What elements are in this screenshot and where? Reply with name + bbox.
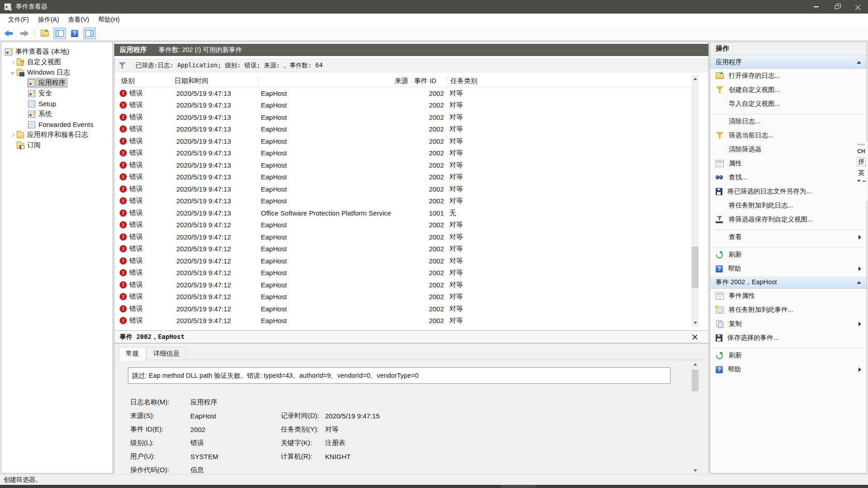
table-row[interactable]: 错误 2020/5/19 9:47:12 EapHost 2002 对等 [117,243,690,255]
forward-button[interactable] [19,30,30,37]
ime-language-bar[interactable]: CH 拼 英 [855,142,867,201]
table-row[interactable]: 错误 2020/5/19 9:47:13 EapHost 2002 对等 [117,87,690,99]
scroll-up-button[interactable] [691,361,699,368]
table-row[interactable]: 错误 2020/5/19 9:47:13 EapHost 2002 对等 [117,135,690,147]
table-row[interactable]: 错误 2020/5/19 9:47:12 EapHost 2002 对等 [117,219,690,231]
action-item[interactable]: 查看 [710,230,867,244]
table-row[interactable]: 错误 2020/5/19 9:47:13 EapHost 2002 对等 [117,99,690,112]
tree-item[interactable]: Forwarded Events [1,119,113,130]
column-header[interactable]: 任务类别 [448,75,538,87]
action-item[interactable]: 清除筛选器 [710,142,867,156]
collapse-arrow-icon[interactable] [857,281,861,284]
detail-tab[interactable]: 常规 [119,347,146,361]
ime-minimize-icon[interactable] [863,181,866,182]
table-scrollbar[interactable] [691,75,699,327]
column-header[interactable]: 级别 [117,75,172,87]
scroll-down-button[interactable] [691,467,699,474]
ime-options-icon[interactable] [857,180,861,182]
table-row[interactable]: 错误 2020/5/19 9:47:12 EapHost 2002 对等 [117,303,690,315]
table-row[interactable]: 错误 2020/5/19 9:47:13 EapHost 2002 对等 [117,111,690,123]
action-item[interactable] [714,244,863,248]
table-row[interactable]: 错误 2020/5/19 9:47:12 EapHost 2002 对等 [117,291,690,303]
table-row[interactable]: 错误 2020/5/19 9:47:13 Office Software Pro… [117,207,690,219]
table-row[interactable]: 错误 2020/5/19 9:47:12 EapHost 2002 对等 [117,315,690,327]
help-toolbar-button[interactable] [68,28,81,39]
table-row[interactable]: 错误 2020/5/19 9:47:12 EapHost 2002 对等 [117,231,690,243]
column-header[interactable]: 来源 [259,75,412,87]
action-item[interactable]: 将已筛选的日志文件另存为... [710,184,867,198]
actions-section-event[interactable]: 事件 2002，EapHost [710,276,867,289]
detail-tab[interactable]: 详细信息 [146,347,186,360]
action-item[interactable]: 帮助 [710,362,867,376]
action-item[interactable]: 属性 [710,156,867,170]
close-button[interactable] [847,0,868,14]
action-item[interactable]: 导入自定义视图... [710,97,867,111]
action-item[interactable]: 帮助 [710,262,867,276]
table-row[interactable]: 错误 2020/5/19 9:47:13 EapHost 2002 对等 [117,171,690,183]
tree-item[interactable]: 应用程序 [1,78,113,88]
detail-scrollbar[interactable] [691,361,699,474]
action-item[interactable]: 刷新 [710,248,867,262]
tree-item[interactable]: Setup [1,99,113,109]
action-item[interactable]: 将筛选器保存到自定义视图... [710,212,867,226]
scrollbar-thumb[interactable] [692,247,698,288]
detail-close-button[interactable] [691,333,698,341]
table-row[interactable]: 错误 2020/5/19 9:47:13 EapHost 2002 对等 [117,195,690,207]
action-item[interactable]: 打开保存的日志... [710,69,867,83]
menu-item[interactable]: 文件(F) [4,14,33,26]
minimize-button[interactable] [806,0,826,14]
event-message-box[interactable]: 跳过: Eap method DLL path 验证失败。错误: typeId=… [128,367,670,384]
table-row[interactable]: 错误 2020/5/19 9:47:12 EapHost 2002 对等 [117,279,690,291]
action-item[interactable] [714,345,863,348]
tree-item[interactable]: 系统 [1,109,113,119]
action-item[interactable]: 创建自定义视图... [710,83,867,97]
action-item[interactable]: 清除日志... [710,114,867,128]
tree-expander-icon[interactable] [9,132,16,138]
tree-item[interactable]: 安全 [1,88,113,99]
action-item[interactable]: 事件属性 [710,289,867,303]
tree-item[interactable]: Windows 日志 [1,67,113,78]
event-id-cell: 2002 [412,281,448,289]
action-item[interactable]: 筛选当前日志... [710,128,867,142]
action-item[interactable]: 将任务附加到此事件... [710,303,867,317]
action-item[interactable]: 查找... [710,170,867,184]
scrollbar-thumb[interactable] [692,370,698,391]
table-row[interactable]: 错误 2020/5/19 9:47:12 EapHost 2002 对等 [117,267,690,279]
restore-button[interactable] [826,0,847,14]
back-button[interactable] [4,30,15,37]
toggle-action-pane-button[interactable] [83,28,96,39]
action-item[interactable] [714,226,863,230]
ime-language-indicator[interactable]: CH [857,148,865,155]
tree-item[interactable]: 应用程序和服务日志 [1,130,113,140]
collapse-arrow-icon[interactable] [857,61,861,64]
action-item[interactable]: 刷新 [710,348,867,362]
tree-item[interactable]: 订阅 [1,140,113,150]
menu-item[interactable]: 查看(V) [64,14,94,26]
column-header[interactable]: 日期和时间 [172,75,259,87]
action-item[interactable]: 保存选择的事件... [710,331,867,345]
action-item[interactable]: 复制 [710,317,867,331]
tree-item[interactable]: 自定义视图 [1,57,113,67]
open-saved-log-button[interactable] [38,28,51,39]
table-row[interactable]: 错误 2020/5/19 9:47:13 EapHost 2002 对等 [117,159,690,171]
action-item[interactable]: 将任务附加到此日志... [710,198,867,212]
table-row[interactable]: 错误 2020/5/19 9:47:13 EapHost 2002 对等 [117,123,690,136]
table-row[interactable]: 错误 2020/5/19 9:47:13 EapHost 2002 对等 [117,183,690,195]
scroll-down-button[interactable] [691,319,699,327]
filter-bar[interactable]: 已筛选:日志: Application; 级别: 错误; 来源: 。事件数: 6… [114,59,708,72]
menu-item[interactable]: 操作(A) [33,14,64,26]
table-row[interactable]: 错误 2020/5/19 9:47:12 EapHost 2002 对等 [117,255,690,267]
actions-section-application[interactable]: 应用程序 [710,56,867,69]
tree-expander-icon[interactable] [9,70,16,76]
scroll-up-button[interactable] [691,75,699,83]
toggle-console-tree-button[interactable] [53,28,66,39]
ime-pinyin-mode[interactable]: 拼 [857,157,866,166]
tree-item[interactable]: 事件查看器 (本地) [1,47,113,57]
table-row[interactable]: 错误 2020/5/19 9:47:13 EapHost 2002 对等 [117,147,690,160]
menu-item[interactable]: 帮助(H) [94,14,124,26]
ime-drag-handle-icon[interactable] [858,144,864,145]
action-item[interactable] [714,111,863,114]
column-header[interactable]: 事件 ID [412,75,448,87]
ime-english-mode[interactable]: 英 [858,169,864,177]
tree-expander-icon[interactable] [9,59,16,66]
